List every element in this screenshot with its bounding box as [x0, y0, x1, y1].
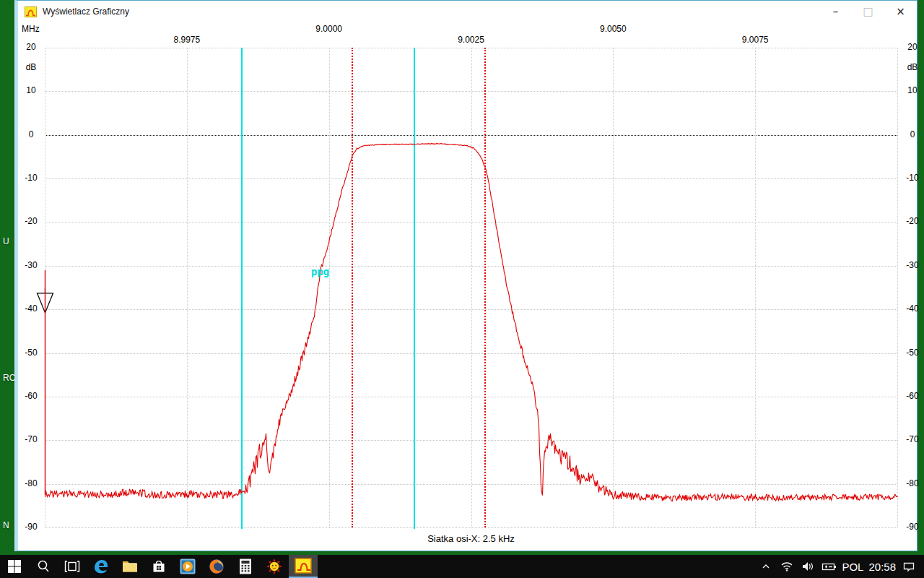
graph-app-icon: [295, 558, 312, 574]
y-tick-label-left: -30: [19, 260, 43, 270]
y-tick-label-right: -70: [900, 434, 924, 444]
cyan-marker-line[interactable]: [241, 48, 243, 529]
firefox-icon: [208, 558, 225, 575]
taskbar-button-media-player[interactable]: [173, 555, 202, 578]
taskbar-button-firefox[interactable]: [202, 555, 231, 578]
y-tick-label-left: -80: [19, 478, 43, 488]
battery-icon[interactable]: [821, 555, 837, 578]
y-tick-label-left: -70: [19, 434, 43, 444]
taskbar-button-store[interactable]: [144, 555, 173, 578]
y-tick-label-right: -30: [900, 260, 924, 270]
volume-icon[interactable]: [800, 555, 816, 578]
v-gridline: [471, 48, 472, 527]
y-tick-label-left: -20: [19, 216, 43, 226]
taskbar-button-sun-app[interactable]: [260, 555, 289, 578]
v-gridline: [897, 48, 898, 527]
taskbar-button-edge[interactable]: [87, 555, 116, 578]
v-gridline: [329, 48, 330, 527]
y-tick-label-left: 20: [19, 42, 43, 52]
taskbar: POL 20:58: [0, 555, 924, 578]
y-tick-label-left: -50: [19, 348, 43, 358]
sun-app-icon: [266, 558, 283, 575]
taskbar-button-task-view[interactable]: [58, 555, 87, 578]
y-tick-label-left: -90: [19, 522, 43, 532]
x-tick-label: 9.0000: [306, 24, 352, 34]
media-player-icon: [179, 558, 196, 575]
cursor-readout-label: ppg: [311, 266, 329, 277]
grid-step-label: Siatka osi-X: 2.5 kHz: [45, 533, 897, 544]
y-tick-label-right: -20: [900, 216, 924, 226]
v-gridline: [45, 48, 45, 527]
taskbar-buttons: [0, 555, 318, 578]
cyan-marker-line[interactable]: [414, 48, 415, 529]
taskbar-button-windows-start[interactable]: [0, 555, 29, 578]
y-tick-label-right: -10: [900, 173, 924, 183]
y-tick-label-left: -40: [19, 303, 43, 314]
system-tray: POL 20:58: [758, 555, 924, 578]
y-tick-label-right: -50: [900, 348, 924, 358]
language-indicator[interactable]: POL: [842, 561, 863, 573]
file-explorer-icon: [121, 559, 139, 574]
x-tick-label: 9.0075: [732, 35, 778, 45]
y-tick-label-left: 10: [19, 85, 43, 95]
taskbar-button-search[interactable]: [29, 555, 58, 578]
tray-chevron-up-icon[interactable]: [758, 555, 774, 578]
taskbar-button-file-explorer[interactable]: [116, 555, 144, 578]
y-tick-label-right: 0: [900, 129, 924, 139]
y-tick-label-right: -90: [900, 522, 924, 532]
y-tick-label-right: -40: [900, 303, 924, 314]
y-tick-label-right: -80: [900, 478, 924, 488]
y-tick-label-left: 0: [19, 129, 43, 139]
red-dotted-marker-line: [352, 48, 353, 527]
plot-area: MHz dB dB 8.99759.00009.00259.00509.0075…: [18, 1, 917, 551]
y-tick-label-right: -60: [900, 391, 924, 401]
edge-icon: [92, 558, 110, 575]
v-gridline: [755, 48, 756, 527]
app-window: Wyświetlacz Graficzny – □ × MHz dB dB 8.…: [14, 0, 918, 551]
y-unit-label-right: dB: [900, 62, 924, 72]
action-center-icon[interactable]: [901, 555, 917, 578]
wifi-icon[interactable]: [779, 555, 795, 578]
x-tick-label: 8.9975: [164, 35, 210, 45]
desktop: URCIN Wyświetlacz Graficzny – □ × MHz dB…: [0, 0, 924, 578]
h-gridline: [45, 527, 897, 528]
y-tick-label-right: 10: [900, 85, 924, 95]
x-unit-label-left: MHz: [22, 24, 40, 34]
spectrum-trace: [18, 1, 921, 552]
windows-start-icon: [6, 558, 22, 574]
taskbar-button-calculator[interactable]: [231, 555, 260, 578]
v-gridline: [187, 48, 188, 527]
y-tick-label-right: 20: [900, 42, 924, 52]
x-tick-label: 9.0050: [590, 24, 636, 34]
y-tick-label-left: -10: [19, 173, 43, 183]
taskbar-button-graph-app[interactable]: [289, 555, 318, 578]
clock[interactable]: 20:58: [868, 561, 896, 573]
store-icon: [151, 558, 167, 574]
search-icon: [36, 559, 51, 574]
red-dotted-marker-line: [484, 48, 486, 527]
y-tick-label-left: -60: [19, 391, 43, 401]
x-tick-label: 9.0025: [448, 35, 494, 45]
task-view-icon: [64, 559, 80, 574]
v-gridline: [613, 48, 614, 527]
y-unit-label-left: dB: [19, 62, 43, 72]
calculator-icon: [238, 558, 253, 575]
